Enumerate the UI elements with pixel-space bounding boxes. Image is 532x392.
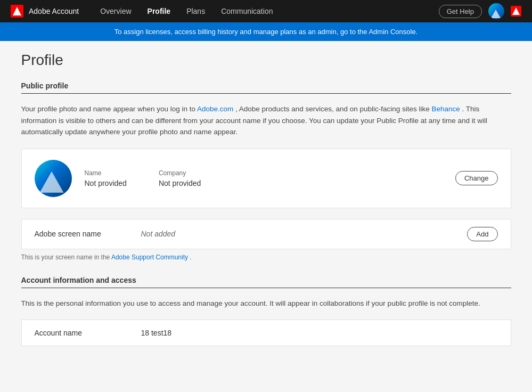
banner-text: To assign licenses, access billing histo… — [114, 28, 418, 36]
account-name-row: Account name 18 test18 — [21, 320, 511, 346]
company-value: Not provided — [159, 179, 201, 187]
nav-links: Overview Profile Plans Communication — [100, 7, 439, 15]
nav-overview[interactable]: Overview — [100, 7, 131, 15]
page-title: Profile — [21, 52, 511, 69]
account-info-divider — [21, 288, 511, 288]
screen-name-label: Adobe screen name — [35, 230, 141, 238]
profile-desc-part1: Your profile photo and name appear when … — [21, 105, 198, 113]
public-profile-divider — [21, 93, 511, 94]
account-info-section: Account information and access This is t… — [21, 276, 511, 347]
nav-plans[interactable]: Plans — [186, 7, 205, 15]
main-content: Profile Public profile Your profile phot… — [11, 41, 522, 357]
profile-info: Name Not provided Company Not provided — [85, 169, 443, 187]
account-name-value: 18 test18 — [141, 329, 498, 337]
profile-desc-part2: , Adobe products and services, and on pu… — [235, 105, 431, 113]
name-value: Not provided — [85, 179, 127, 187]
add-screen-name-button[interactable]: Add — [467, 227, 497, 241]
adobe-nav-icon — [511, 6, 521, 17]
adobe-support-community-link[interactable]: Adobe Support Community — [111, 254, 188, 261]
screen-name-row: Adobe screen name Not added Add — [21, 219, 511, 249]
nav-communication[interactable]: Communication — [221, 7, 273, 15]
name-label: Name — [85, 169, 127, 177]
adobe-logo-icon — [11, 5, 23, 18]
nav-brand: Adobe Account — [29, 7, 79, 15]
nav-logo[interactable]: Adobe Account — [11, 5, 79, 18]
public-profile-section: Public profile Your profile photo and na… — [21, 81, 511, 208]
screen-name-note-part1: This is your screen name in the — [21, 254, 111, 261]
get-help-button[interactable]: Get Help — [439, 5, 482, 18]
account-info-description: This is the personal information you use… — [21, 298, 511, 309]
name-field: Name Not provided — [85, 169, 127, 187]
nav-profile[interactable]: Profile — [148, 7, 171, 15]
change-button[interactable]: Change — [455, 171, 498, 185]
profile-card: Name Not provided Company Not provided C… — [21, 149, 511, 208]
admin-banner: To assign licenses, access billing histo… — [0, 22, 532, 41]
screen-name-note-part2: . — [190, 254, 191, 261]
user-avatar[interactable] — [488, 3, 504, 19]
company-label: Company — [159, 169, 201, 177]
profile-avatar[interactable] — [35, 160, 72, 197]
top-navigation: Adobe Account Overview Profile Plans Com… — [0, 0, 532, 22]
profile-card-inner: Name Not provided Company Not provided C… — [35, 160, 498, 197]
behance-link[interactable]: Behance — [432, 105, 460, 113]
screen-name-note: This is your screen name in the Adobe Su… — [21, 254, 511, 261]
screen-name-value: Not added — [141, 230, 468, 238]
adobe-com-link[interactable]: Adobe.com — [197, 105, 233, 113]
nav-right: Get Help — [439, 3, 521, 19]
account-info-header: Account information and access — [21, 276, 511, 284]
profile-description: Your profile photo and name appear when … — [21, 103, 511, 138]
account-name-label: Account name — [35, 329, 141, 337]
public-profile-header: Public profile — [21, 81, 511, 90]
company-field: Company Not provided — [159, 169, 201, 187]
